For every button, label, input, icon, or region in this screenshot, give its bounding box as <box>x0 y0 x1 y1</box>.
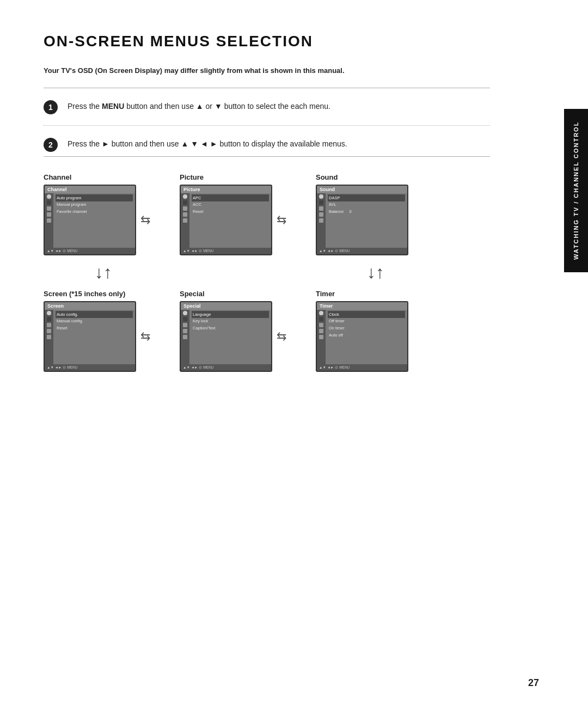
scr-sidebar-icon-4 <box>47 329 51 333</box>
scr-sidebar-icon-1 <box>47 311 51 315</box>
snd-sidebar-icon-5 <box>319 218 323 223</box>
sound-screen-body: DASP AVL Balance 0 <box>317 193 407 248</box>
timer-menu: Clock Off timer On timer Auto off <box>326 310 407 364</box>
pic-sidebar-icon-1 <box>183 194 187 199</box>
spc-sidebar-icon-3 <box>183 323 187 327</box>
middle-divider <box>44 125 490 126</box>
special-footer: ▲▼ ◄► ⊙ MENU <box>181 364 271 371</box>
timer-screen-header: Timer <box>317 302 407 310</box>
special-screen: Special Language Key lock <box>180 301 272 372</box>
timer-item-2: On timer <box>328 325 405 332</box>
picture-item-1: ACC <box>192 201 269 209</box>
timer-screen: Timer Clock Off timer <box>316 301 408 372</box>
screen-sidebar <box>45 310 53 364</box>
channel-transfer-arrow: ⇆ <box>140 213 150 227</box>
channel-screen-body: Auto program Manual program Favorite cha… <box>45 193 135 248</box>
menus-section: Channel Channel <box>44 173 490 372</box>
menu-group-channel: Channel Channel <box>44 173 163 255</box>
down-arrow-1: ↓↑ <box>95 262 112 283</box>
channel-menu: Auto program Manual program Favorite cha… <box>53 193 135 248</box>
pic-sidebar-icon-2 <box>183 200 187 205</box>
sound-screen-header: Sound <box>317 186 407 193</box>
menu-group-screen: Screen (*15 inches only) Screen <box>44 290 163 372</box>
sidebar-icon-5 <box>47 218 51 223</box>
picture-transfer-arrow: ⇆ <box>277 213 286 227</box>
channel-footer: ▲▼ ◄► ⊙ MENU <box>45 248 135 254</box>
timer-footer: ▲▼ ◄► ⊙ MENU <box>317 364 407 371</box>
step-1-circle: 1 <box>44 100 58 114</box>
menu-group-picture: Picture Picture <box>180 173 299 255</box>
menus-bottom-row: Screen (*15 inches only) Screen <box>44 290 490 372</box>
picture-label: Picture <box>180 173 204 181</box>
sound-screen: Sound DASP AVL <box>316 185 408 255</box>
special-transfer-arrow: ⇆ <box>277 329 286 344</box>
sound-item-2: Balance 0 <box>328 209 405 216</box>
sound-with-arrow: Sound DASP AVL <box>316 185 408 255</box>
channel-label: Channel <box>44 173 71 181</box>
menu-group-timer: Timer Timer <box>316 290 436 372</box>
picture-item-2: Reset <box>192 209 269 216</box>
special-screen-header: Special <box>181 302 271 310</box>
picture-screen-header: Picture <box>181 186 271 193</box>
screen-item-2: Reset <box>56 325 133 332</box>
page-content: ON-SCREEN MENUS SELECTION Your TV's OSD … <box>0 0 534 405</box>
between-rows: ↓↑ ↓↑ <box>44 258 490 287</box>
top-divider <box>44 88 490 88</box>
spc-sidebar-icon-2 <box>183 317 187 321</box>
picture-menu: APC ACC Reset <box>189 193 271 248</box>
sound-item-0: DASP <box>328 194 405 201</box>
sidebar-icon-1 <box>47 194 51 199</box>
sound-label: Sound <box>316 173 338 181</box>
tmr-sidebar-icon-5 <box>319 335 323 339</box>
special-with-arrow: Special Language Key lock <box>180 301 291 372</box>
picture-screen: Picture APC ACC <box>180 185 272 255</box>
sidebar-icon-3 <box>47 206 51 211</box>
screen-transfer-arrow: ⇆ <box>140 329 150 344</box>
picture-item-0: APC <box>192 194 269 201</box>
step-1-row: 1 Press the MENU button and then use ▲ o… <box>44 99 490 114</box>
scr-sidebar-icon-3 <box>47 323 51 327</box>
special-label: Special <box>180 290 205 298</box>
pic-sidebar-icon-5 <box>183 218 187 223</box>
timer-with-arrow: Timer Clock Off timer <box>316 301 408 372</box>
sound-item-1: AVL <box>328 201 405 209</box>
picture-with-arrow: Picture APC ACC <box>180 185 291 255</box>
snd-sidebar-icon-2 <box>319 200 323 205</box>
timer-label: Timer <box>316 290 335 298</box>
special-sidebar <box>181 310 189 364</box>
screen-label: Screen (*15 inches only) <box>44 290 125 298</box>
timer-item-3: Auto off <box>328 332 405 339</box>
channel-item-2: Favorite channel <box>56 209 133 216</box>
snd-sidebar-icon-4 <box>319 212 323 217</box>
side-tab: WATCHING TV / CHANNEL CONTROL <box>564 109 588 272</box>
down-arrow-col-1: ↓↑ <box>44 258 163 287</box>
sidebar-icon-4 <box>47 212 51 217</box>
sidebar-icon-2 <box>47 200 51 205</box>
special-menu: Language Key lock Caption/Text <box>189 310 271 364</box>
timer-item-0: Clock <box>328 311 405 318</box>
pic-sidebar-icon-4 <box>183 212 187 217</box>
down-arrow-col-3: ↓↑ <box>316 258 436 287</box>
bottom-divider <box>44 156 490 157</box>
snd-sidebar-icon-3 <box>319 206 323 211</box>
special-item-0: Language <box>192 311 269 318</box>
subtitle: Your TV's OSD (On Screen Display) may di… <box>44 66 490 75</box>
menus-top-row: Channel Channel <box>44 173 490 255</box>
channel-with-arrow: Channel Auto program Manu <box>44 185 155 255</box>
sound-sidebar <box>317 193 326 248</box>
sound-footer: ▲▼ ◄► ⊙ MENU <box>317 248 407 254</box>
step-2-circle: 2 <box>44 138 58 152</box>
menu-group-special: Special Special <box>180 290 299 372</box>
channel-screen: Channel Auto program Manu <box>44 185 136 255</box>
spc-sidebar-icon-5 <box>183 335 187 339</box>
menu-group-sound: Sound Sound <box>316 173 436 255</box>
sound-menu: DASP AVL Balance 0 <box>326 193 407 248</box>
tmr-sidebar-icon-1 <box>319 311 323 315</box>
spc-sidebar-icon-1 <box>183 311 187 315</box>
screen-with-arrow: Screen Auto config. Manua <box>44 301 155 372</box>
screen-screen-header: Screen <box>45 302 135 310</box>
channel-sidebar <box>45 193 53 248</box>
picture-sidebar <box>181 193 189 248</box>
scr-sidebar-icon-2 <box>47 317 51 321</box>
picture-footer: ▲▼ ◄► ⊙ MENU <box>181 248 271 254</box>
